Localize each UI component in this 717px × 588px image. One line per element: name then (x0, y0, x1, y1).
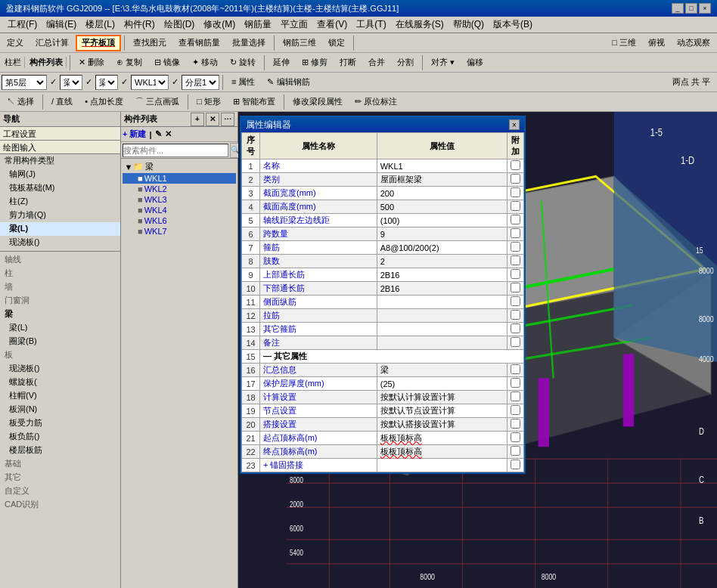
nav-slab-rebar[interactable]: 板受力筋 (0, 416, 120, 430)
prop-checkbox[interactable] (511, 405, 520, 415)
prop-check-cell[interactable] (507, 227, 524, 241)
prop-checkbox[interactable] (511, 228, 520, 238)
prop-check-cell[interactable] (507, 187, 524, 200)
prop-name-cell[interactable]: 计算设置 (260, 391, 377, 404)
prop-check-cell[interactable] (507, 268, 524, 282)
prop-name-cell[interactable]: 起点顶标高(m) (260, 432, 377, 445)
top-view-button[interactable]: 俯视 (643, 35, 670, 51)
prop-value-cell[interactable]: 按默认计算设置计算 (377, 391, 507, 404)
prop-value-cell[interactable]: 2B16 (377, 282, 507, 296)
menu-version[interactable]: 版本号(B) (489, 17, 537, 32)
level-top-button[interactable]: 平齐板顶 (76, 35, 121, 51)
tree-item-wkl6[interactable]: ■ WKL6 (123, 215, 236, 226)
prop-checkbox[interactable] (511, 255, 520, 265)
prop-value-cell[interactable]: (100) (377, 214, 507, 227)
prop-check-cell[interactable] (507, 377, 524, 391)
prop-name-cell[interactable]: 上部通长筋 (260, 268, 377, 282)
prop-name-cell[interactable]: 侧面纵筋 (260, 296, 377, 309)
dynamic-view-button[interactable]: 动态观察 (672, 35, 715, 51)
menu-help[interactable]: 帮助(Q) (449, 17, 489, 32)
tree-item-wkl2[interactable]: ■ WKL2 (123, 184, 236, 194)
prop-check-cell[interactable] (507, 432, 524, 445)
del-link[interactable]: ✕ (165, 129, 172, 139)
prop-checkbox[interactable] (511, 201, 520, 211)
nav-custom[interactable]: 自定义 (0, 484, 120, 498)
tree-beam-folder[interactable]: ▼ 📁 梁 (123, 160, 236, 173)
prop-check-cell[interactable] (507, 214, 524, 227)
prop-value-cell[interactable]: A8@100/200(2) (377, 241, 507, 255)
prop-name-cell[interactable]: 保护层厚度(mm) (260, 377, 377, 391)
trim-button[interactable]: ⊞ 修剪 (296, 54, 333, 71)
prop-value-cell[interactable]: 2 (377, 255, 507, 268)
close-button[interactable]: × (699, 3, 711, 14)
two-point-button[interactable]: 两点 共 平 (667, 74, 715, 91)
prop-checkbox[interactable] (511, 323, 520, 333)
nav-raft[interactable]: 筏板基础(M) (0, 181, 120, 195)
menu-floor[interactable]: 楼层(L) (81, 17, 120, 32)
modify-segment-button[interactable]: 修改梁段属性 (287, 94, 348, 110)
viewport[interactable]: 1-5 1-D 8000 8000 4000 15 D C B 8000 800… (238, 112, 717, 588)
prop-name-cell[interactable]: 下部通长筋 (260, 282, 377, 296)
prop-check-cell[interactable] (507, 296, 524, 309)
prop-checkbox[interactable] (511, 269, 520, 279)
prop-value-cell[interactable] (377, 309, 507, 323)
prop-name-cell[interactable]: 拉筋 (260, 309, 377, 323)
minimize-button[interactable]: _ (672, 3, 684, 14)
3d-button[interactable]: □ 三维 (607, 35, 641, 51)
prop-value-cell[interactable]: 200 (377, 187, 507, 200)
prop-value-cell[interactable] (377, 459, 507, 472)
batch-select-button[interactable]: 批量选择 (227, 35, 271, 51)
prop-checkbox[interactable] (511, 215, 520, 224)
menu-view[interactable]: 查看(V) (312, 17, 352, 32)
layer-select[interactable]: 第5层 (2, 75, 47, 90)
prop-name-cell[interactable]: 搭接设置 (260, 418, 377, 432)
rotate-button[interactable]: ↻ 旋转 (225, 54, 261, 71)
prop-name-cell[interactable]: 类别 (260, 173, 377, 187)
nav-floor-rebar[interactable]: 楼层板筋 (0, 444, 120, 457)
prop-checkbox[interactable] (511, 242, 520, 252)
prop-name-cell[interactable]: 轴线距梁左边线距 (260, 214, 377, 227)
prop-check-cell[interactable] (507, 159, 524, 173)
delete-comp-button[interactable]: ✕ (206, 113, 219, 126)
nav-column[interactable]: 柱(Z) (0, 195, 120, 209)
prop-value-cell[interactable]: (25) (377, 377, 507, 391)
nav-slab-neg[interactable]: 板负筋() (0, 430, 120, 444)
prop-name-cell[interactable]: 肢数 (260, 255, 377, 268)
merge-button[interactable]: 合并 (363, 54, 390, 71)
prop-checkbox[interactable] (511, 460, 520, 469)
split-button[interactable]: 分割 (392, 54, 419, 71)
copy-button[interactable]: ⊕ 复制 (111, 54, 147, 71)
prop-check-cell[interactable] (507, 459, 524, 472)
prop-value-cell[interactable]: WKL1 (377, 159, 507, 173)
menu-tools[interactable]: 工具(T) (352, 17, 390, 32)
maximize-button[interactable]: □ (685, 3, 697, 14)
align-button[interactable]: 对齐 ▾ (426, 54, 460, 71)
prop-value-cell[interactable]: 按默认搭接设置计算 (377, 418, 507, 432)
nav-shear-wall[interactable]: 剪力墙(Q) (0, 209, 120, 222)
nav-beam-l[interactable]: 梁(L) (0, 321, 120, 335)
prop-value-cell[interactable] (377, 323, 507, 336)
prop-checkbox[interactable] (511, 446, 520, 456)
prop-check-cell[interactable] (507, 364, 524, 377)
prop-name-cell[interactable]: 箍筋 (260, 241, 377, 255)
prop-value-cell[interactable]: 9 (377, 227, 507, 241)
find-element-button[interactable]: 查找图元 (128, 35, 172, 51)
menu-rebar[interactable]: 钢筋量 (240, 17, 276, 32)
project-settings-header[interactable]: 工程设置 (0, 127, 120, 141)
prop-check-cell[interactable] (507, 445, 524, 459)
window-controls[interactable]: _ □ × (672, 3, 711, 14)
view-rebar-button[interactable]: 查看钢筋量 (173, 35, 225, 51)
edit-rebar-button[interactable]: ✎ 编辑钢筋 (262, 74, 315, 91)
sublayer-select[interactable]: 分层1 (182, 75, 219, 90)
prop-value-cell[interactable]: 板板顶标高 (377, 445, 507, 459)
more-comp-button[interactable]: ⋯ (221, 113, 234, 126)
prop-checkbox[interactable] (511, 337, 520, 347)
prop-checkbox[interactable] (511, 378, 520, 388)
nav-foundation[interactable]: 基础 (0, 457, 120, 471)
nav-slab2[interactable]: 板 (0, 348, 120, 362)
name-select[interactable]: 梁 (95, 75, 118, 90)
point-length-tool[interactable]: • 点加长度 (79, 94, 129, 110)
prop-check-cell[interactable] (507, 336, 524, 350)
prop-value-cell[interactable]: 梁 (377, 364, 507, 377)
move-button[interactable]: ✦ 移动 (187, 54, 223, 71)
